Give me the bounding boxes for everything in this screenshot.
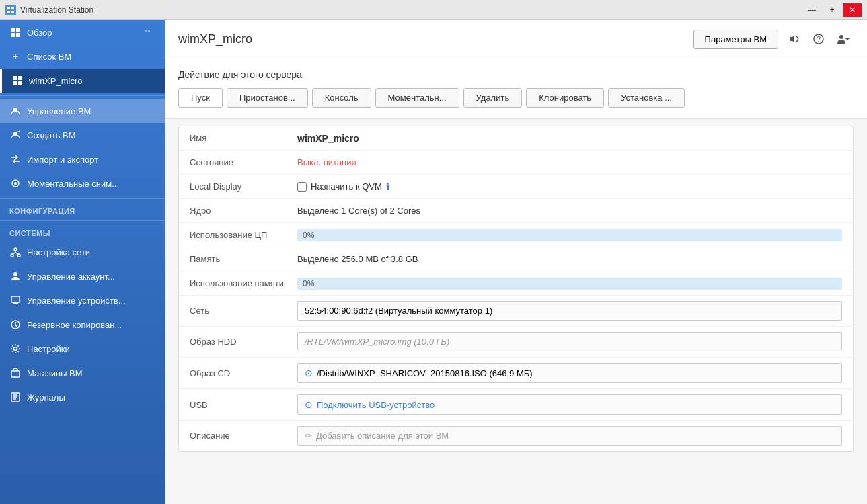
cd-label: Образ CD (190, 368, 297, 378)
desc-label: Описание (190, 431, 297, 441)
action-panel: Действие для этого сервера Пуск Приостан… (165, 58, 867, 119)
svg-text:?: ? (817, 35, 821, 43)
svg-rect-4 (11, 28, 15, 32)
svg-point-19 (14, 248, 17, 251)
cd-value-text: /Distrib/WINXP_SHARICOV_20150816.ISO (64… (317, 368, 533, 378)
sidebar-item-settings[interactable]: Настройки (0, 337, 165, 361)
display-checkbox[interactable] (297, 182, 307, 192)
desc-value-text: Добавить описание для этой ВМ (316, 431, 449, 441)
display-row: Local Display Назначить к QVM ℹ (179, 175, 853, 199)
sidebar-item-logs[interactable]: Журналы (0, 385, 165, 409)
settings-label: Настройки (27, 344, 70, 354)
sidebar-divider-1 (0, 95, 165, 96)
desc-value[interactable]: ✏ Добавить описание для этой ВМ (297, 426, 842, 446)
sidebar-item-overview[interactable]: Обзор (0, 20, 165, 44)
page-title: wimXP_micro (178, 32, 252, 46)
clone-button[interactable]: Клонировать (526, 88, 604, 108)
devices-icon (9, 294, 22, 306)
sidebar: Обзор + Список ВМ wimXP_micro Управление… (0, 20, 165, 504)
cpu-label: Использование ЦП (190, 230, 297, 240)
svg-rect-26 (11, 296, 20, 302)
hdd-label: Образ HDD (190, 337, 297, 347)
svg-rect-5 (16, 28, 20, 32)
install-button[interactable]: Установка ... (608, 88, 685, 108)
network-icon (9, 246, 22, 258)
usb-row: USB ⊙ Подключить USB-устройство (179, 389, 853, 421)
hdd-value[interactable]: /RTL/VM/wimXP_micro.img (10,0 ГБ) (297, 332, 842, 351)
svg-point-30 (14, 347, 17, 351)
app-icon (5, 5, 16, 15)
sidebar-item-backup[interactable]: Резервное копирован... (0, 312, 165, 337)
vm-info-panel: Имя wimXP_micro Состояние Выкл. питания … (178, 126, 854, 452)
svg-point-38 (839, 35, 843, 39)
status-value: Выкл. питания (297, 157, 842, 167)
minimize-button[interactable]: — (802, 3, 821, 17)
usb-value-text: Подключить USB-устройство (317, 400, 435, 410)
svg-rect-12 (13, 81, 17, 85)
sidebar-vmlist-label: Список ВМ (27, 52, 71, 62)
memory-value: Выделено 256.0 MB of 3.8 GB (297, 254, 842, 264)
svg-rect-7 (16, 33, 20, 37)
snapshot-button[interactable]: Моментальн... (375, 88, 459, 108)
sidebar-item-snapshots[interactable]: Моментальные сним... (0, 171, 165, 196)
close-button[interactable]: ✕ (843, 3, 862, 17)
start-button[interactable]: Пуск (178, 88, 223, 108)
logs-icon (9, 391, 22, 403)
svg-rect-28 (13, 302, 18, 304)
svg-point-20 (11, 254, 13, 257)
svg-point-18 (14, 182, 17, 185)
vm-settings-button[interactable]: Параметры ВМ (693, 30, 778, 49)
pause-button[interactable]: Приостанов... (227, 88, 308, 108)
create-vm-label: Создать ВМ (27, 130, 76, 140)
cd-value[interactable]: ⊙ /Distrib/WINXP_SHARICOV_20150816.ISO (… (297, 363, 842, 383)
vm-management-label: Управление ВМ (27, 106, 91, 116)
action-panel-title: Действие для этого сервера (178, 69, 854, 80)
core-value: Выделено 1 Core(s) of 2 Cores (297, 206, 842, 216)
svg-rect-1 (11, 7, 14, 9)
maximize-button[interactable]: + (823, 3, 841, 17)
mem-usage-value: 0% (303, 279, 314, 288)
snapshots-label: Моментальные сним... (27, 179, 119, 189)
delete-button[interactable]: Удалить (463, 88, 523, 108)
cd-icon: ⊙ (305, 368, 313, 378)
sidebar-item-network[interactable]: Настройка сети (0, 240, 165, 264)
titlebar: Virtualization Station — + ✕ (0, 0, 867, 20)
cd-row: Образ CD ⊙ /Distrib/WINXP_SHARICOV_20150… (179, 358, 853, 389)
network-value[interactable]: 52:54:00:90:6d:f2 (Виртуальный коммутато… (297, 301, 842, 321)
sidebar-item-active-vm[interactable]: wimXP_micro (0, 69, 165, 93)
content-area: wimXP_micro Параметры ВМ ? (165, 20, 867, 504)
svg-rect-9 (148, 30, 150, 32)
cpu-row: Использование ЦП 0% (179, 223, 853, 247)
sidebar-item-devices[interactable]: Управление устройств... (0, 288, 165, 312)
svg-point-25 (13, 272, 17, 276)
info-icon[interactable]: ℹ (386, 181, 389, 192)
usb-value[interactable]: ⊙ Подключить USB-устройство (297, 394, 842, 415)
desc-row: Описание ✏ Добавить описание для этой ВМ (179, 421, 853, 451)
svg-rect-0 (7, 7, 10, 9)
sidebar-item-vm-stores[interactable]: Магазины ВМ (0, 361, 165, 385)
content-header: wimXP_micro Параметры ВМ ? (165, 20, 867, 58)
backup-label: Резервное копирован... (27, 320, 122, 330)
sidebar-item-vm-management[interactable]: Управление ВМ (0, 99, 165, 123)
svg-rect-27 (13, 304, 17, 304)
console-button[interactable]: Консоль (312, 88, 371, 108)
sidebar-item-import-export[interactable]: Импорт и экспорт (0, 147, 165, 171)
display-value: Назначить к QVM ℹ (297, 181, 842, 192)
sound-button[interactable] (784, 28, 805, 50)
user-button[interactable] (832, 28, 854, 50)
sidebar-item-vmlist[interactable]: + Список ВМ (0, 44, 165, 69)
svg-rect-13 (18, 81, 22, 85)
svg-rect-11 (18, 76, 22, 80)
sidebar-item-create-vm[interactable]: + Создать ВМ (0, 123, 165, 147)
import-export-label: Импорт и экспорт (27, 155, 98, 165)
core-row: Ядро Выделено 1 Core(s) of 2 Cores (179, 199, 853, 223)
cpu-progress-bar: 0% (297, 229, 842, 241)
sidebar-item-accounts[interactable]: Управление аккаунт... (0, 264, 165, 288)
accounts-label: Управление аккаунт... (27, 271, 115, 282)
help-button[interactable]: ? (808, 28, 829, 50)
mem-progress-bar: 0% (297, 278, 842, 290)
vm-icon (11, 75, 24, 87)
name-row: Имя wimXP_micro (179, 126, 853, 151)
svg-rect-3 (11, 11, 14, 13)
sidebar-divider-3 (0, 220, 165, 221)
